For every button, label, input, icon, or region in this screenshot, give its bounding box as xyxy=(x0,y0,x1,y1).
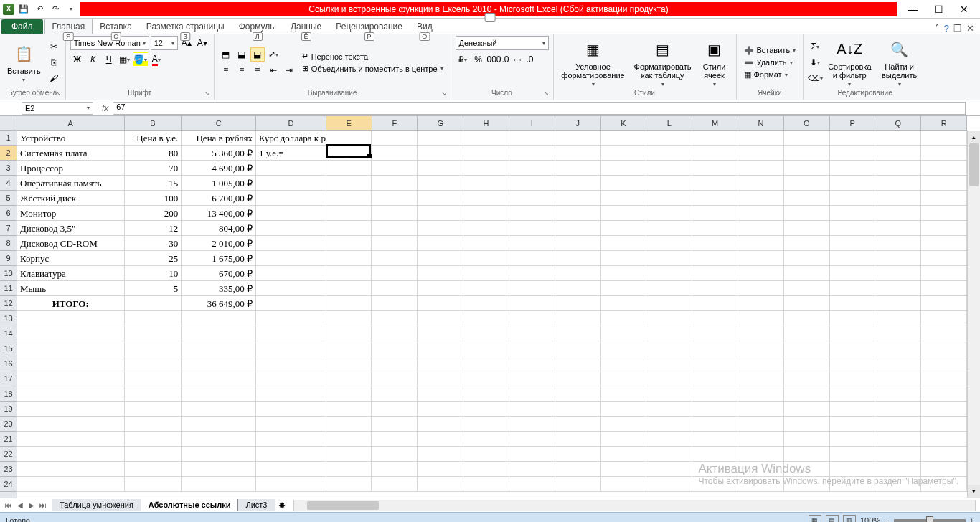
col-header-R[interactable]: R xyxy=(921,116,967,130)
cell[interactable] xyxy=(830,191,876,206)
cell[interactable] xyxy=(418,402,463,417)
cell[interactable] xyxy=(738,161,784,176)
excel-icon[interactable]: X xyxy=(3,4,14,15)
cell[interactable] xyxy=(17,432,125,447)
cell[interactable]: 1 675,00 ₽ xyxy=(182,251,256,266)
cell[interactable] xyxy=(125,402,182,417)
cell[interactable] xyxy=(921,402,967,417)
row-header-23[interactable]: 23 xyxy=(0,462,17,477)
cell[interactable] xyxy=(692,462,738,477)
view-pagebreak-icon[interactable]: ▥ xyxy=(843,515,856,523)
cell[interactable] xyxy=(646,386,692,402)
cell[interactable] xyxy=(601,221,647,236)
cell[interactable] xyxy=(463,432,509,447)
row-header-1[interactable]: 1 xyxy=(0,130,17,146)
cell[interactable] xyxy=(326,206,372,221)
cell[interactable] xyxy=(326,236,372,251)
cell[interactable] xyxy=(256,206,326,221)
col-header-A[interactable]: A xyxy=(17,116,125,130)
cell[interactable] xyxy=(555,402,601,417)
cell[interactable] xyxy=(463,341,509,356)
row-header-2[interactable]: 2 xyxy=(0,146,17,161)
cell[interactable] xyxy=(784,251,830,266)
cell[interactable] xyxy=(692,402,738,417)
col-header-K[interactable]: K xyxy=(601,116,647,130)
cell[interactable] xyxy=(601,462,647,477)
cell[interactable] xyxy=(326,251,372,266)
cell[interactable] xyxy=(256,281,326,296)
cell[interactable] xyxy=(646,447,692,462)
help-icon[interactable]: ? xyxy=(944,23,949,34)
undo-icon[interactable]: ↶ xyxy=(33,3,46,16)
cell[interactable] xyxy=(463,311,509,326)
cell[interactable] xyxy=(830,402,876,417)
cell[interactable]: 67,00 ₽ xyxy=(326,146,372,161)
col-header-H[interactable]: H xyxy=(463,116,509,130)
cell[interactable] xyxy=(875,251,921,266)
cell[interactable] xyxy=(509,417,555,432)
cell[interactable] xyxy=(125,447,182,462)
cell[interactable] xyxy=(875,341,921,356)
cell[interactable]: 15 xyxy=(125,176,182,191)
cell[interactable]: 335,00 ₽ xyxy=(182,281,256,296)
formula-bar[interactable]: 67 xyxy=(113,102,966,115)
cell[interactable] xyxy=(125,462,182,477)
cell[interactable] xyxy=(921,356,967,371)
percent-icon[interactable]: % xyxy=(471,52,486,67)
cell[interactable] xyxy=(738,356,784,371)
cell[interactable] xyxy=(692,281,738,296)
cell[interactable] xyxy=(372,161,418,176)
zoom-slider[interactable] xyxy=(894,519,966,522)
cell[interactable] xyxy=(784,341,830,356)
cell[interactable] xyxy=(830,281,876,296)
cell[interactable] xyxy=(463,447,509,462)
cell[interactable] xyxy=(555,356,601,371)
doc-restore-icon[interactable]: ❐ xyxy=(953,23,962,34)
cell[interactable] xyxy=(17,326,125,341)
cell[interactable] xyxy=(784,326,830,341)
cell[interactable]: Цена в рублях xyxy=(182,130,256,146)
sheet-tab[interactable]: Таблица умножения xyxy=(52,499,141,511)
cell[interactable] xyxy=(463,417,509,432)
cell[interactable]: 5 360,00 ₽ xyxy=(182,146,256,161)
cell[interactable] xyxy=(509,402,555,417)
cell[interactable] xyxy=(463,161,509,176)
cell[interactable] xyxy=(463,206,509,221)
cell[interactable] xyxy=(418,356,463,371)
cell[interactable] xyxy=(256,161,326,176)
cell[interactable] xyxy=(555,236,601,251)
cell[interactable] xyxy=(692,386,738,402)
select-all-corner[interactable] xyxy=(0,116,17,130)
col-header-C[interactable]: C xyxy=(182,116,256,130)
cell[interactable] xyxy=(555,326,601,341)
cell[interactable] xyxy=(646,326,692,341)
cell[interactable]: Оперативная память xyxy=(17,176,125,191)
row-header-9[interactable]: 9 xyxy=(0,251,17,266)
cell[interactable] xyxy=(372,296,418,311)
cell[interactable] xyxy=(738,326,784,341)
cell[interactable] xyxy=(418,386,463,402)
cell[interactable] xyxy=(509,477,555,492)
cell[interactable] xyxy=(830,371,876,386)
cell[interactable] xyxy=(921,477,967,492)
cell[interactable] xyxy=(601,191,647,206)
cell[interactable]: Корпус xyxy=(17,251,125,266)
cell[interactable] xyxy=(509,432,555,447)
sheet-prev-icon[interactable]: ◀ xyxy=(14,501,26,509)
cell[interactable] xyxy=(509,176,555,191)
cell[interactable] xyxy=(372,146,418,161)
row-header-17[interactable]: 17 xyxy=(0,371,17,386)
cell[interactable] xyxy=(509,447,555,462)
cell[interactable] xyxy=(463,371,509,386)
cell[interactable] xyxy=(692,326,738,341)
cell[interactable] xyxy=(784,296,830,311)
name-box[interactable]: E2▾ xyxy=(22,102,93,115)
cell[interactable] xyxy=(182,432,256,447)
save-icon[interactable]: 💾 xyxy=(17,3,30,16)
cell[interactable] xyxy=(875,356,921,371)
orientation-icon[interactable]: ⤢▾ xyxy=(266,47,281,62)
align-center-icon[interactable]: ≡ xyxy=(235,63,249,77)
row-header-16[interactable]: 16 xyxy=(0,356,17,371)
cell[interactable] xyxy=(830,146,876,161)
cell[interactable] xyxy=(256,176,326,191)
